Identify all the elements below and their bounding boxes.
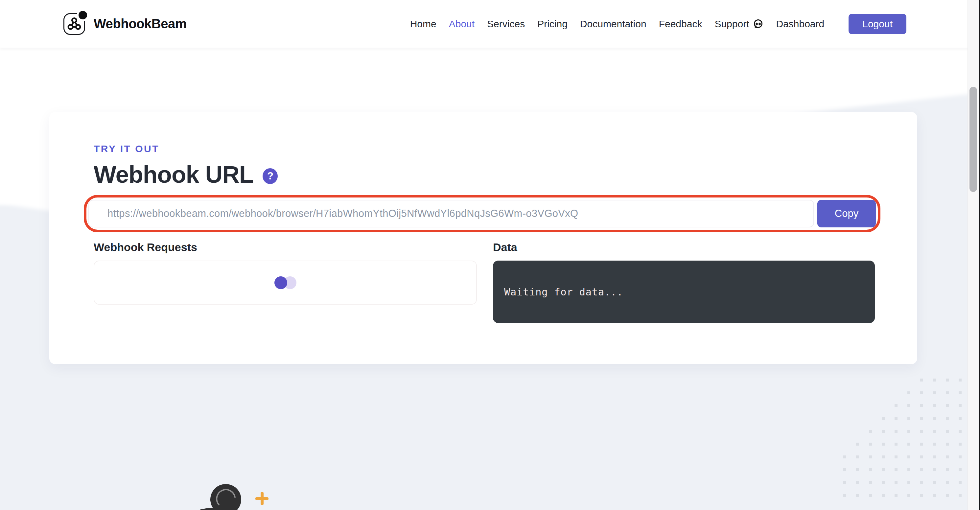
scrollbar-thumb[interactable] bbox=[969, 87, 977, 192]
nav-item-dashboard[interactable]: Dashboard bbox=[776, 18, 824, 30]
nav-item-support[interactable]: Support bbox=[714, 18, 764, 30]
data-heading: Data bbox=[493, 241, 517, 254]
copy-button[interactable]: Copy bbox=[817, 200, 876, 227]
nav-item-support-label: Support bbox=[714, 18, 749, 30]
nav-item-documentation[interactable]: Documentation bbox=[580, 18, 646, 30]
plus-decoration bbox=[255, 492, 269, 505]
data-placeholder-text: Waiting for data... bbox=[504, 286, 623, 298]
nav-item-home[interactable]: Home bbox=[410, 18, 436, 30]
dots-pattern-decoration bbox=[839, 374, 970, 505]
scrollbar-track[interactable] bbox=[967, 0, 979, 510]
loading-spinner bbox=[274, 276, 296, 289]
brand-title: WebhookBeam bbox=[94, 16, 187, 31]
webhook-logo-icon[interactable] bbox=[64, 13, 85, 35]
nav-item-about[interactable]: About bbox=[449, 18, 474, 30]
webhook-url-group-highlight: Copy bbox=[84, 195, 880, 232]
top-navigation-bar: WebhookBeam Home About Services Pricing … bbox=[0, 0, 980, 48]
main-nav: Home About Services Pricing Documentatio… bbox=[410, 14, 906, 34]
title-row: Webhook URL ? bbox=[94, 161, 278, 188]
nav-item-services[interactable]: Services bbox=[487, 18, 525, 30]
screen-edge bbox=[979, 0, 980, 510]
headset-icon bbox=[753, 19, 764, 29]
logout-button[interactable]: Logout bbox=[848, 14, 906, 34]
help-icon[interactable]: ? bbox=[262, 168, 278, 184]
nav-item-pricing[interactable]: Pricing bbox=[537, 18, 568, 30]
data-panel: Waiting for data... bbox=[493, 261, 875, 323]
webhook-requests-heading: Webhook Requests bbox=[94, 241, 197, 254]
nav-item-feedback[interactable]: Feedback bbox=[659, 18, 702, 30]
eyebrow-label: TRY IT OUT bbox=[94, 143, 159, 154]
webhook-requests-panel bbox=[94, 261, 477, 305]
try-it-out-card: TRY IT OUT Webhook URL ? Copy Webhook Re… bbox=[49, 112, 917, 364]
page-title: Webhook URL bbox=[94, 161, 253, 188]
webhook-url-input[interactable] bbox=[88, 200, 814, 227]
spinner-dot-primary bbox=[274, 276, 287, 289]
logo-dot-icon bbox=[77, 9, 89, 21]
mascot-decoration bbox=[174, 479, 286, 510]
